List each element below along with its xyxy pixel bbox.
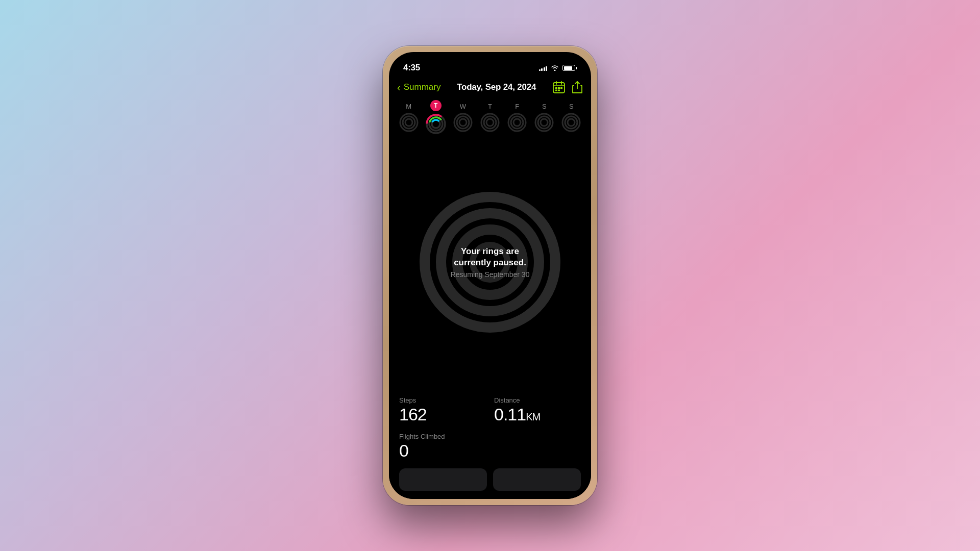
nav-icons — [552, 81, 583, 94]
stat-distance: Distance 0.11KM — [494, 396, 581, 424]
svg-point-20 — [459, 119, 467, 126]
chevron-left-icon: ‹ — [397, 82, 401, 92]
svg-rect-8 — [558, 90, 560, 91]
day-col-tuesday[interactable]: T — [424, 100, 448, 135]
back-label: Summary — [404, 82, 441, 92]
day-ring-sunday — [561, 112, 581, 133]
phone-device: 4:35 — [383, 46, 597, 505]
day-ring-friday — [507, 112, 527, 133]
distance-value: 0.11KM — [494, 405, 581, 424]
day-ring-wednesday — [453, 112, 473, 133]
stats-section: Steps 162 Distance 0.11KM Flights Climbe… — [389, 388, 591, 499]
svg-point-32 — [568, 119, 575, 126]
today-badge: T — [430, 100, 442, 111]
day-col-thursday[interactable]: T — [478, 103, 502, 133]
share-icon[interactable] — [572, 81, 583, 94]
back-button[interactable]: ‹ Summary — [397, 82, 440, 92]
day-col-monday[interactable]: M — [397, 103, 421, 133]
wifi-icon — [551, 65, 559, 71]
flights-label: Flights Climbed — [399, 433, 581, 440]
svg-rect-6 — [560, 87, 562, 89]
svg-point-29 — [541, 119, 548, 126]
phone-screen: 4:35 — [389, 52, 591, 499]
steps-value: 162 — [399, 405, 486, 424]
nav-title: Today, Sep 24, 2024 — [457, 82, 536, 92]
status-icons — [539, 65, 577, 71]
status-bar: 4:35 — [389, 52, 591, 77]
day-ring-thursday — [480, 112, 500, 133]
distance-unit: KM — [526, 411, 540, 422]
svg-rect-5 — [558, 87, 560, 89]
battery-icon — [562, 65, 577, 71]
bottom-btn-right[interactable] — [493, 468, 581, 491]
svg-rect-4 — [555, 87, 557, 89]
stats-row-1: Steps 162 Distance 0.11KM — [399, 396, 581, 424]
day-col-sunday[interactable]: S — [559, 103, 583, 133]
svg-point-11 — [405, 119, 412, 126]
status-time: 4:35 — [403, 63, 420, 73]
day-ring-saturday — [534, 112, 554, 133]
rings-center-text: Your rings are currently paused. Resumin… — [451, 246, 530, 279]
day-col-wednesday[interactable]: W — [451, 103, 475, 133]
day-col-saturday[interactable]: S — [532, 103, 556, 133]
rings-paused-line1: Your rings are — [451, 246, 530, 257]
rings-paused-line2: currently paused. — [451, 257, 530, 268]
svg-point-23 — [486, 119, 494, 126]
bottom-btn-left[interactable] — [399, 468, 487, 491]
flights-value: 0 — [399, 441, 581, 460]
day-col-friday[interactable]: F — [505, 103, 529, 133]
svg-point-26 — [513, 119, 521, 126]
rings-area: Your rings are currently paused. Resumin… — [389, 136, 591, 388]
rings-container: Your rings are currently paused. Resumin… — [419, 191, 561, 334]
day-selector: M T — [389, 98, 591, 136]
stat-steps: Steps 162 — [399, 396, 486, 424]
notch — [459, 52, 521, 69]
calendar-icon[interactable] — [552, 81, 566, 94]
distance-label: Distance — [494, 396, 581, 404]
steps-label: Steps — [399, 396, 486, 404]
day-ring-monday — [399, 112, 419, 133]
stat-flights: Flights Climbed 0 — [399, 433, 581, 460]
day-ring-tuesday-active — [425, 113, 447, 135]
rings-resuming-text: Resuming September 30 — [451, 270, 530, 279]
signal-icon — [539, 65, 548, 71]
svg-rect-7 — [555, 90, 557, 91]
bottom-actions — [399, 468, 581, 495]
nav-header: ‹ Summary Today, Sep 24, 2024 — [389, 77, 591, 98]
